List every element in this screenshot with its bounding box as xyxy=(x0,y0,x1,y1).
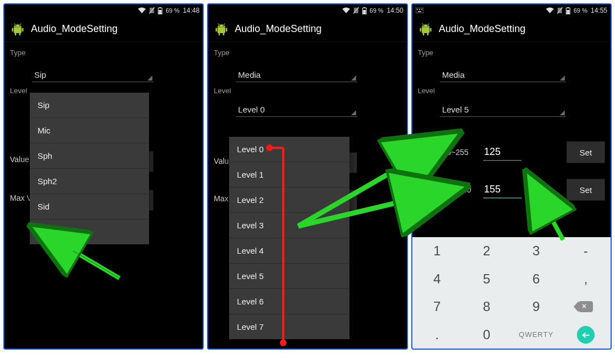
svg-rect-47 xyxy=(420,28,421,31)
chevron-down-icon xyxy=(147,76,152,81)
svg-point-22 xyxy=(219,25,220,26)
svg-line-15 xyxy=(73,251,119,279)
battery-icon xyxy=(158,7,162,14)
dropdown-item-sid[interactable]: Sid xyxy=(30,194,149,220)
app-header: Audio_ModeSetting xyxy=(208,17,406,42)
chevron-down-icon xyxy=(560,110,565,115)
type-label: Type xyxy=(214,49,401,57)
dropdown-item-level5[interactable]: Level 5 xyxy=(229,264,349,289)
key-5[interactable]: 5 xyxy=(462,265,511,293)
key-enter[interactable] xyxy=(561,321,611,349)
wifi-icon xyxy=(546,7,554,14)
status-bar: 69 % 14:48 xyxy=(4,4,203,17)
key-comma[interactable]: , xyxy=(561,265,611,293)
svg-rect-4 xyxy=(159,10,162,14)
key-backspace[interactable]: × xyxy=(561,293,611,321)
numeric-keyboard[interactable]: 1 2 3 - 4 5 6 , 7 8 9 × . 0 xyxy=(412,237,611,349)
svg-point-23 xyxy=(223,25,224,26)
key-0[interactable]: 0 xyxy=(462,321,511,349)
svg-rect-11 xyxy=(19,33,21,35)
battery-percent: 69 % xyxy=(574,7,587,14)
level-dropdown[interactable]: Level 0 Level 1 Level 2 Level 3 Level 4 … xyxy=(229,137,349,339)
wifi-icon xyxy=(138,7,146,14)
dropdown-item-sph2[interactable]: Sph2 xyxy=(30,169,149,194)
dropdown-item-level7[interactable]: Level 7 xyxy=(229,314,349,339)
svg-rect-27 xyxy=(223,33,225,35)
svg-point-7 xyxy=(19,25,20,26)
chevron-down-icon xyxy=(351,76,356,81)
clock-time: 14:50 xyxy=(387,7,404,14)
svg-rect-48 xyxy=(430,28,432,31)
svg-rect-9 xyxy=(22,28,24,31)
chevron-down-icon xyxy=(560,76,565,81)
dropdown-item-media[interactable]: Media xyxy=(30,220,149,244)
svg-line-12 xyxy=(14,23,15,25)
svg-rect-44 xyxy=(422,27,430,33)
key-minus[interactable]: - xyxy=(561,237,611,265)
app-title: Audio_ModeSetting xyxy=(31,23,118,35)
key-9[interactable]: 9 xyxy=(511,293,561,321)
svg-rect-34 xyxy=(416,8,423,13)
type-spinner[interactable]: Sip xyxy=(32,63,153,82)
android-logo-icon xyxy=(10,22,25,37)
key-7[interactable]: 7 xyxy=(412,293,462,321)
value-set-button[interactable]: Set xyxy=(566,141,605,163)
dropdown-item-sph[interactable]: Sph xyxy=(30,143,149,169)
sim-off-icon xyxy=(149,7,155,14)
svg-line-14 xyxy=(73,251,119,279)
dropdown-item-level6[interactable]: Level 6 xyxy=(229,289,349,314)
battery-icon xyxy=(566,7,570,14)
maxvol-input[interactable]: 155 xyxy=(483,181,522,199)
svg-line-29 xyxy=(224,23,225,25)
app-title: Audio_ModeSetting xyxy=(235,23,321,35)
battery-percent: 69 % xyxy=(370,7,384,14)
phone-panel-2: 69 % 14:50 Audio_ModeSetting Type Media … xyxy=(207,3,407,350)
key-1[interactable]: 1 xyxy=(412,237,462,265)
svg-rect-36 xyxy=(419,9,420,10)
svg-rect-20 xyxy=(363,10,365,14)
key-8[interactable]: 8 xyxy=(462,293,511,321)
level-spinner[interactable]: Level 5 xyxy=(440,98,566,117)
phone-panel-3: 69 % 14:55 Audio_ModeSetting Type Media … xyxy=(411,3,612,350)
maxvol-label: Max Vol. 0~160 xyxy=(418,185,479,194)
key-3[interactable]: 3 xyxy=(511,237,561,265)
svg-line-13 xyxy=(20,23,21,25)
key-qwerty[interactable]: QWERTY xyxy=(511,321,561,349)
type-spinner-value: Media xyxy=(442,70,465,79)
svg-rect-8 xyxy=(12,28,14,31)
value-input[interactable]: 125 xyxy=(483,144,522,161)
value-label-stub: Value xyxy=(10,155,29,164)
svg-rect-37 xyxy=(421,9,422,10)
key-4[interactable]: 4 xyxy=(412,265,462,293)
type-spinner[interactable]: Media xyxy=(236,63,357,82)
key-dot[interactable]: . xyxy=(412,321,462,349)
type-label: Type xyxy=(10,49,197,57)
svg-rect-38 xyxy=(418,11,421,12)
app-header: Audio_ModeSetting xyxy=(4,17,203,42)
svg-line-52 xyxy=(428,23,429,25)
maxvol-set-button[interactable]: Set xyxy=(566,179,605,201)
svg-rect-26 xyxy=(219,33,220,35)
dropdown-item-level3[interactable]: Level 3 xyxy=(229,213,349,238)
battery-percent: 69 % xyxy=(166,7,179,14)
type-dropdown[interactable]: Sip Mic Sph Sph2 Sid Media xyxy=(30,93,149,244)
dropdown-item-mic[interactable]: Mic xyxy=(30,118,149,143)
dropdown-item-level2[interactable]: Level 2 xyxy=(229,188,349,213)
key-2[interactable]: 2 xyxy=(462,237,511,265)
level-spinner[interactable]: Level 0 xyxy=(236,98,357,117)
enter-icon xyxy=(577,326,595,344)
type-spinner[interactable]: Media xyxy=(440,63,566,82)
svg-rect-43 xyxy=(566,10,569,14)
svg-line-28 xyxy=(218,23,219,25)
dropdown-item-sip[interactable]: Sip xyxy=(30,93,149,118)
svg-line-51 xyxy=(422,23,423,25)
dropdown-item-level4[interactable]: Level 4 xyxy=(229,238,349,264)
svg-point-6 xyxy=(15,25,17,26)
dropdown-item-level0[interactable]: Level 0 xyxy=(229,137,349,162)
key-6[interactable]: 6 xyxy=(511,265,561,293)
svg-rect-10 xyxy=(15,33,17,35)
level-spinner-value: Level 0 xyxy=(238,105,264,114)
phone-panel-1: 69 % 14:48 Audio_ModeSetting Type Sip Le… xyxy=(3,3,204,350)
dropdown-item-level1[interactable]: Level 1 xyxy=(229,162,349,188)
svg-point-46 xyxy=(427,25,428,26)
